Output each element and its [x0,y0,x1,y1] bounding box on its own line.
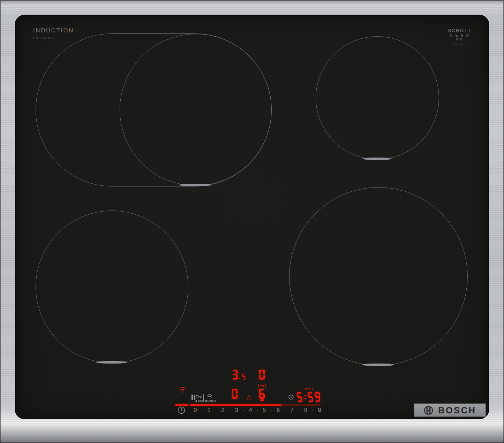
rear-right-zone [316,36,439,160]
pan-marker-front-left [96,361,127,364]
level-separator-dot: · [243,407,245,413]
slider-line-inactive[interactable] [282,404,321,406]
move-pan-icon[interactable] [258,384,266,388]
chevrons-up-icon[interactable] [207,394,212,398]
combi-zone-inner-circle [120,34,272,186]
model-number: PIF645HB1 [33,36,54,40]
pan-marker-rear-right [362,158,392,160]
pan-marker-front-right [362,364,394,366]
clock-icon[interactable] [288,395,294,400]
level-separator-dot: · [312,407,314,413]
level-separator-dot: · [270,407,272,413]
key-icon[interactable] [195,395,203,399]
selected-zone-indicator [260,399,264,401]
slider-level-8[interactable]: 8 [304,407,307,414]
pause-icon[interactable] [191,395,195,400]
schott-line1: SCHOTT [446,28,473,33]
schott-line2: C E R A N® [446,33,473,41]
schott-ceran-logo: SCHOTT C E R A N® 9001778531 [446,28,473,46]
slider-level-2[interactable]: 2 [221,407,224,414]
level-separator-dot: · [284,407,286,413]
bosch-badge: BOSCH [414,403,486,417]
display-rear-left-level [232,370,246,380]
ceramic-glass-surface: INDUCTION PIF645HB1 SCHOTT C E R A N® 90… [16,16,488,418]
pan-marker-combi-zone [179,184,212,186]
wifi-icon [179,387,186,393]
display-front-left-level [232,389,238,399]
product-title: INDUCTION [33,27,74,34]
slider-level-3[interactable]: 3 [235,407,238,414]
star-icon[interactable]: ☆ [245,393,253,402]
level-separator-dot: · [215,407,217,413]
slider-line-active[interactable] [189,404,282,406]
slider-level-1[interactable]: 1 [208,407,211,414]
level-separator-dot: · [298,407,300,413]
bosch-logo-text: BOSCH [438,405,476,416]
slider-level-9[interactable]: 9 [318,407,321,414]
slider-level-0[interactable]: 0 [194,407,197,414]
panel-divider [203,394,204,402]
bosch-armature-icon [424,406,433,415]
front-left-zone [36,211,188,363]
display-front-right-level [259,389,265,399]
level-separator-dot: · [257,407,258,413]
boost-label: BOOST [205,399,216,403]
power-level-slider[interactable]: 0 · 1 · 2 · 3 · 4 · 5 · 6 · 7 · 8 · 9 [194,406,321,414]
slider-line-power-segment [175,404,188,406]
slider-level-4[interactable]: 4 [249,407,252,414]
child-lock-hold-label: 4 sec [195,399,203,403]
level-separator-dot: · [201,407,203,413]
slider-level-5[interactable]: 5 [263,407,266,414]
front-right-zone [289,187,468,366]
slider-level-6[interactable]: 6 [277,407,280,414]
slider-level-7[interactable]: 7 [290,407,293,414]
power-button[interactable] [178,406,185,414]
timer-unit-label: min:s [304,387,313,391]
level-separator-dot: · [229,407,231,413]
schott-serial: 9001778531 [446,43,473,46]
display-timer [297,392,320,402]
display-rear-right-level [259,370,265,380]
induction-cooktop: INDUCTION PIF645HB1 SCHOTT C E R A N® 90… [0,0,504,443]
